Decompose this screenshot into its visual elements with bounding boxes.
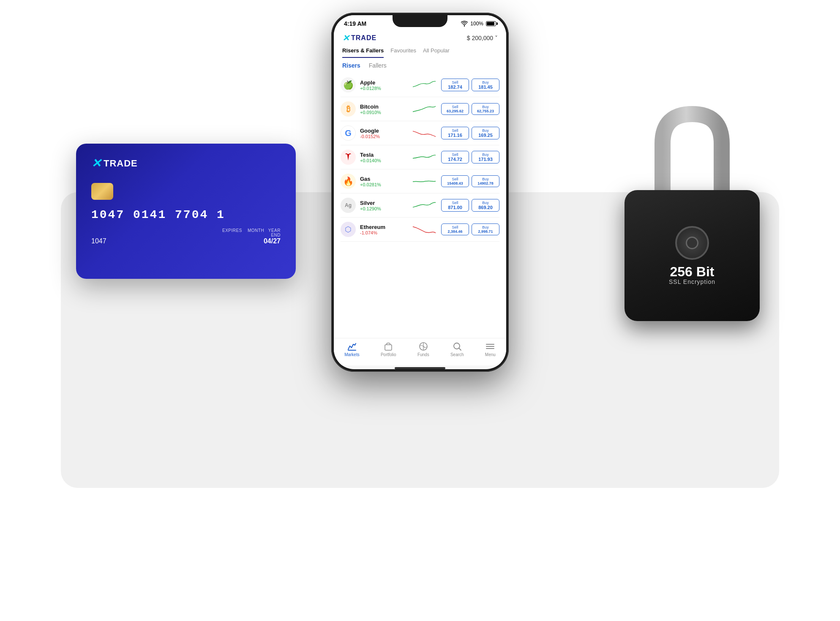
silver-change: +0.1290% — [360, 206, 407, 211]
bitcoin-icon: ₿ — [341, 101, 356, 117]
tesla-logo-svg — [344, 153, 353, 162]
phone: 4:19 AM 100% — [331, 13, 509, 372]
tab-risers-fallers[interactable]: Risers & Fallers — [342, 47, 384, 58]
wifi-icon — [461, 21, 468, 27]
card-trade-label: TRADE — [104, 158, 138, 169]
logo-trade: TRADE — [351, 34, 376, 42]
svg-rect-1 — [385, 345, 392, 350]
main-tabs: Risers & Fallers Favourites All Popular — [334, 43, 506, 58]
bitcoin-name: Bitcoin — [360, 104, 407, 110]
apple-chart — [412, 79, 437, 91]
apple-info: Apple +0.0128% — [360, 79, 407, 91]
silver-sell-btn[interactable]: Sell 871.00 — [441, 199, 469, 212]
ethereum-change: -1.074% — [360, 230, 407, 235]
bitcoin-price-buttons: Sell 63,295.62 Buy 62,755.23 — [441, 103, 499, 115]
nav-menu[interactable]: Menu — [485, 342, 496, 357]
funds-icon — [419, 342, 428, 351]
bitcoin-buy-btn[interactable]: Buy 62,755.23 — [472, 103, 499, 115]
google-icon: G — [341, 125, 356, 141]
battery-percent: 100% — [470, 21, 483, 27]
ethereum-chart — [412, 223, 437, 235]
padlock-text: 256 Bit SSL Encryption — [669, 265, 715, 285]
gas-price-buttons: Sell 15408.43 Buy 14902.78 — [441, 175, 499, 187]
tesla-sell-btn[interactable]: Sell 174.72 — [441, 151, 469, 163]
bitcoin-change: +0.0910% — [360, 110, 407, 115]
asset-row-tesla[interactable]: Tesla +0.0140% Sell 174.72 — [341, 145, 499, 169]
padlock-bit-label: 256 Bit — [669, 265, 715, 278]
phone-screen: 4:19 AM 100% — [334, 15, 506, 369]
bottom-nav: Markets Portfolio — [334, 338, 506, 365]
asset-row-silver[interactable]: Ag Silver +0.1290% Sell 871.00 — [341, 193, 499, 218]
nav-markets[interactable]: Markets — [344, 342, 360, 357]
apple-sell-btn[interactable]: Sell 182.74 — [441, 79, 469, 91]
silver-buy-btn[interactable]: Buy 869.20 — [472, 199, 499, 212]
ethereum-name: Ethereum — [360, 224, 407, 230]
assets-list: 🍏 Apple +0.0128% Sell 182.74 — [334, 73, 506, 338]
subtab-fallers[interactable]: Fallers — [369, 62, 387, 69]
padlock-body: 256 Bit SSL Encryption — [625, 190, 760, 321]
gas-buy-btn[interactable]: Buy 14902.78 — [472, 175, 499, 187]
tab-all-popular[interactable]: All Popular — [423, 47, 450, 58]
silver-icon: Ag — [341, 198, 356, 213]
google-info: Google -0.0152% — [360, 128, 407, 139]
padlock: 256 Bit SSL Encryption — [612, 97, 772, 334]
asset-row-bitcoin[interactable]: ₿ Bitcoin +0.0910% Sell 63,295.62 — [341, 97, 499, 121]
google-price-buttons: Sell 171.16 Buy 169.25 — [441, 127, 499, 139]
credit-card: ✕ TRADE 1047 0141 7704 1 1047 EXPIRES MO… — [76, 144, 296, 279]
apple-icon: 🍏 — [341, 77, 356, 93]
apple-change: +0.0128% — [360, 86, 407, 91]
apple-name: Apple — [360, 79, 407, 86]
tesla-info: Tesla +0.0140% — [360, 152, 407, 163]
bitcoin-info: Bitcoin +0.0910% — [360, 104, 407, 115]
gas-sell-btn[interactable]: Sell 15408.43 — [441, 175, 469, 187]
tesla-buy-btn[interactable]: Buy 171.93 — [472, 151, 499, 163]
app-header: ✕ TRADE $ 200,000 ˅ — [334, 30, 506, 43]
card-logo: ✕ TRADE — [91, 156, 281, 170]
asset-row-gas[interactable]: 🔥 Gas +0.0281% Sell 15408.43 — [341, 169, 499, 193]
card-expiry: EXPIRES MONTH YEAREND 04/27 — [222, 228, 281, 245]
battery-icon — [486, 21, 496, 26]
nav-markets-label: Markets — [344, 352, 360, 357]
asset-row-ethereum[interactable]: ⬡ Ethereum -1.074% Sell 2,384.46 — [341, 218, 499, 242]
logo-x: ✕ — [342, 33, 349, 43]
status-time: 4:19 AM — [344, 20, 366, 27]
asset-row-apple[interactable]: 🍏 Apple +0.0128% Sell 182.74 — [341, 73, 499, 97]
nav-search[interactable]: Search — [450, 342, 464, 357]
card-expiry-value: 04/27 — [222, 237, 281, 245]
app-logo: ✕ TRADE — [342, 33, 376, 43]
battery-fill — [487, 22, 494, 25]
padlock-ssl-label: SSL Encryption — [669, 278, 715, 285]
tab-favourites[interactable]: Favourites — [390, 47, 416, 58]
nav-portfolio-label: Portfolio — [381, 352, 396, 357]
nav-portfolio[interactable]: Portfolio — [381, 342, 396, 357]
google-name: Google — [360, 128, 407, 134]
markets-icon — [347, 342, 357, 351]
balance-display[interactable]: $ 200,000 ˅ — [467, 35, 498, 41]
ethereum-price-buttons: Sell 2,384.46 Buy 2,998.71 — [441, 223, 499, 235]
search-icon — [453, 342, 462, 351]
phone-notch — [393, 15, 447, 27]
google-sell-btn[interactable]: Sell 171.16 — [441, 127, 469, 139]
bitcoin-sell-btn[interactable]: Sell 63,295.62 — [441, 103, 469, 115]
google-buy-btn[interactable]: Buy 169.25 — [472, 127, 499, 139]
card-chip — [91, 183, 113, 200]
ethereum-buy-btn[interactable]: Buy 2,998.71 — [472, 223, 499, 235]
card-x-icon: ✕ — [91, 156, 101, 170]
nav-funds[interactable]: Funds — [417, 342, 429, 357]
card-number: 1047 0141 7704 1 — [91, 208, 281, 221]
subtab-risers[interactable]: Risers — [342, 62, 360, 69]
gas-name: Gas — [360, 176, 407, 182]
portfolio-icon — [384, 342, 393, 351]
asset-row-google[interactable]: G Google -0.0152% Sell 171.16 — [341, 121, 499, 145]
sub-tabs: Risers Fallers — [334, 58, 506, 73]
gas-icon: 🔥 — [341, 174, 356, 189]
tesla-name: Tesla — [360, 152, 407, 158]
tesla-price-buttons: Sell 174.72 Buy 171.93 — [441, 151, 499, 163]
card-short-number: 1047 — [91, 237, 106, 245]
nav-menu-label: Menu — [485, 352, 496, 357]
gas-chart — [412, 175, 437, 187]
google-chart — [412, 127, 437, 139]
ethereum-sell-btn[interactable]: Sell 2,384.46 — [441, 223, 469, 235]
apple-buy-btn[interactable]: Buy 181.45 — [472, 79, 499, 91]
svg-line-5 — [459, 349, 461, 351]
